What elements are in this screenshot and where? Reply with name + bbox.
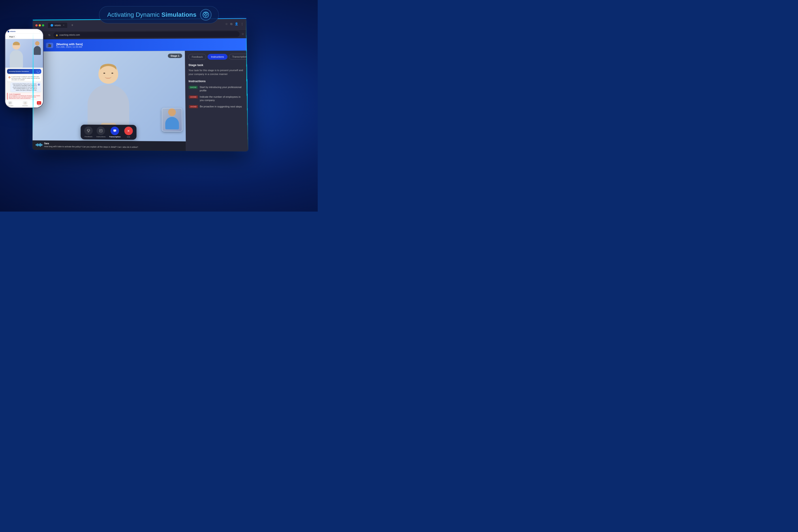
toolbar-star-icon[interactable]: ☆	[241, 32, 244, 36]
browser-traffic-lights	[35, 24, 44, 26]
phone-chat-bubble-1: Hi, good morning! I'm looking for some i…	[7, 75, 41, 81]
transcription-content: Sara How long will it take to activate t…	[44, 142, 183, 149]
tab-instructions[interactable]: Instructions	[207, 54, 228, 60]
browser-toolbar: ‹ › ↻ 🔒 coaching.retorio.com ☆	[33, 30, 247, 39]
instructions-control-btn[interactable]: Instructions	[96, 127, 106, 138]
phone-video-area	[5, 39, 43, 68]
menu-icon[interactable]: ⋮	[240, 22, 243, 25]
phone-chat-bubble-2: Good morning Sara! Thank you for your qu…	[11, 82, 41, 92]
lock-icon: 🔒	[56, 34, 58, 36]
header-banner: Activating Dynamic Simulations	[99, 6, 219, 23]
svg-rect-8	[99, 129, 102, 132]
transcription-bar: Sara How long will it take to activate t…	[33, 140, 186, 151]
svg-point-0	[203, 12, 208, 18]
avoid-badge-1: AVOID	[189, 95, 198, 98]
browser-tab[interactable]: retorio ✕	[48, 22, 68, 28]
instruction-item-3: AVOID Be proactive in suggesting next st…	[189, 105, 244, 108]
feedback-control-btn[interactable]: Feedback	[84, 127, 93, 138]
browser-left-glow	[33, 19, 34, 149]
tab-close-icon[interactable]: ✕	[63, 24, 65, 26]
phone-end-btn[interactable]: ✕ End	[37, 101, 41, 107]
svg-point-4	[204, 14, 204, 15]
tab-feedback[interactable]: Feedback	[188, 54, 206, 60]
minimize-button[interactable]	[39, 24, 41, 26]
new-tab-button[interactable]: +	[70, 23, 74, 27]
control-bar: Feedback Instructions	[80, 125, 137, 139]
phone-instructions-btn[interactable]: 📋 Instructions	[22, 101, 28, 107]
right-panel: Feedback Instructions Transcription Stag…	[185, 51, 249, 151]
close-button[interactable]	[35, 24, 37, 26]
phone-logo: retorio	[7, 31, 15, 32]
phone-chat-area: Activating Dynamic Simulations Hi, good …	[5, 68, 43, 100]
maximize-button[interactable]	[42, 24, 44, 26]
app-body: Stage 1	[33, 51, 248, 151]
transcription-control-btn[interactable]: Transcription	[109, 127, 121, 138]
phone-feedback-box: ⚠ Lack of engagement: Lack of engagement…	[7, 93, 41, 100]
audio-waveform	[36, 143, 42, 147]
instruction-item-2: AVOID Indicate the number of employees i…	[189, 95, 244, 102]
profile-icon[interactable]: 👤	[235, 22, 238, 25]
toolbar-icons: ☆	[241, 32, 244, 36]
extensions-icon[interactable]: ⧉	[230, 22, 233, 25]
participant-thumbnail	[162, 108, 182, 132]
presenter-area	[88, 64, 129, 135]
browser-mockup: retorio ✕ + ☆ ⧉ 👤 ⋮ ‹ › ↻ 🔒 c	[33, 19, 242, 149]
bookmark-icon[interactable]: ☆	[225, 22, 228, 26]
instruction-item-1: SHOW Start by introducing your professio…	[189, 86, 244, 93]
header-title-text: Activating Dynamic Simulations	[107, 11, 197, 18]
phone-mockup: retorio ⋮ Stage 2	[5, 28, 43, 108]
reload-button[interactable]: ↻	[47, 33, 52, 37]
end-control-btn[interactable]: ✕ end	[124, 127, 133, 138]
tab-favicon	[51, 24, 53, 27]
panel-content: Stage task Your task for this stage is t…	[185, 59, 248, 151]
simulations-icon	[200, 9, 211, 20]
phone-footer: 💬 Transcription 📋 Instructions ✕ End	[5, 100, 43, 108]
video-section: Stage 1	[33, 51, 186, 151]
app-header: 🎥 [Meeting with Sara] Oct 20th, 2024 | 1…	[33, 38, 247, 52]
stage-badge: Stage 1	[168, 54, 182, 58]
meeting-info: [Meeting with Sara] Oct 20th, 2024 | 11:…	[56, 42, 83, 48]
svg-point-3	[205, 16, 206, 17]
phone-banner: Activating Dynamic Simulations	[7, 69, 41, 74]
video-camera-icon: 🎥	[46, 43, 53, 48]
avoid-badge-2: AVOID	[189, 105, 198, 108]
phone-transcription-btn[interactable]: 💬 Transcription	[7, 101, 14, 107]
svg-point-2	[207, 14, 207, 15]
phone-stage-badge: Stage 2	[7, 35, 16, 38]
url-bar[interactable]: 🔒 coaching.retorio.com	[53, 31, 240, 38]
show-badge: SHOW	[189, 86, 198, 89]
panel-tabs: Feedback Instructions Transcription	[185, 51, 247, 60]
phone-header: retorio ⋮	[5, 29, 43, 34]
tab-transcription[interactable]: Transcription	[229, 54, 249, 60]
svg-point-1	[205, 13, 206, 14]
